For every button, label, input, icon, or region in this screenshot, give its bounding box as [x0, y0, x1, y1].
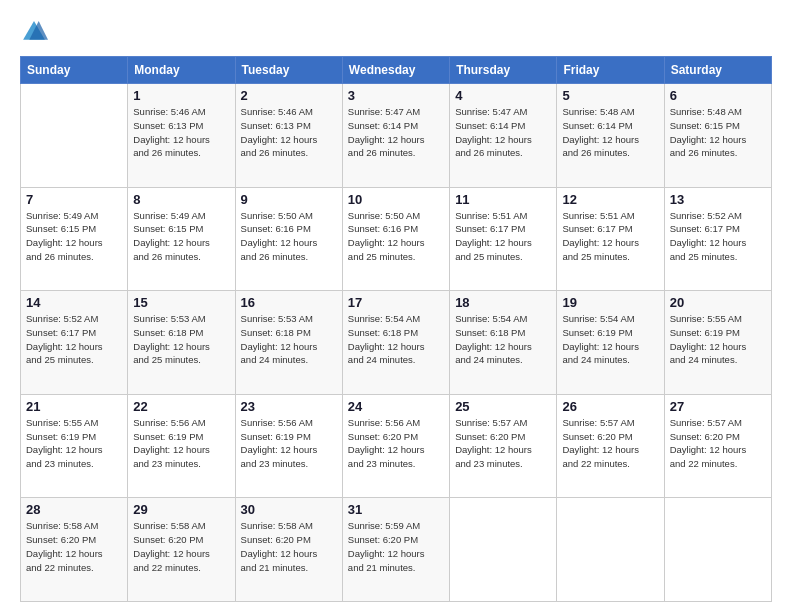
calendar-cell: 31Sunrise: 5:59 AM Sunset: 6:20 PM Dayli…: [342, 498, 449, 602]
calendar-cell: 15Sunrise: 5:53 AM Sunset: 6:18 PM Dayli…: [128, 291, 235, 395]
day-number: 14: [26, 295, 122, 310]
calendar-cell: 25Sunrise: 5:57 AM Sunset: 6:20 PM Dayli…: [450, 394, 557, 498]
day-info: Sunrise: 5:52 AM Sunset: 6:17 PM Dayligh…: [670, 209, 766, 264]
calendar-week-4: 21Sunrise: 5:55 AM Sunset: 6:19 PM Dayli…: [21, 394, 772, 498]
weekday-sunday: Sunday: [21, 57, 128, 84]
calendar-cell: 16Sunrise: 5:53 AM Sunset: 6:18 PM Dayli…: [235, 291, 342, 395]
calendar-cell: 17Sunrise: 5:54 AM Sunset: 6:18 PM Dayli…: [342, 291, 449, 395]
calendar-cell: 12Sunrise: 5:51 AM Sunset: 6:17 PM Dayli…: [557, 187, 664, 291]
day-info: Sunrise: 5:57 AM Sunset: 6:20 PM Dayligh…: [562, 416, 658, 471]
calendar-cell: [664, 498, 771, 602]
weekday-saturday: Saturday: [664, 57, 771, 84]
day-number: 5: [562, 88, 658, 103]
calendar-cell: 21Sunrise: 5:55 AM Sunset: 6:19 PM Dayli…: [21, 394, 128, 498]
day-info: Sunrise: 5:55 AM Sunset: 6:19 PM Dayligh…: [670, 312, 766, 367]
day-number: 17: [348, 295, 444, 310]
calendar-cell: [557, 498, 664, 602]
calendar-week-5: 28Sunrise: 5:58 AM Sunset: 6:20 PM Dayli…: [21, 498, 772, 602]
weekday-friday: Friday: [557, 57, 664, 84]
page: SundayMondayTuesdayWednesdayThursdayFrid…: [0, 0, 792, 612]
calendar-cell: 6Sunrise: 5:48 AM Sunset: 6:15 PM Daylig…: [664, 84, 771, 188]
calendar-cell: 5Sunrise: 5:48 AM Sunset: 6:14 PM Daylig…: [557, 84, 664, 188]
calendar-cell: 14Sunrise: 5:52 AM Sunset: 6:17 PM Dayli…: [21, 291, 128, 395]
day-info: Sunrise: 5:52 AM Sunset: 6:17 PM Dayligh…: [26, 312, 122, 367]
day-info: Sunrise: 5:49 AM Sunset: 6:15 PM Dayligh…: [133, 209, 229, 264]
weekday-wednesday: Wednesday: [342, 57, 449, 84]
calendar-cell: 18Sunrise: 5:54 AM Sunset: 6:18 PM Dayli…: [450, 291, 557, 395]
day-number: 10: [348, 192, 444, 207]
day-number: 8: [133, 192, 229, 207]
day-info: Sunrise: 5:56 AM Sunset: 6:19 PM Dayligh…: [241, 416, 337, 471]
day-info: Sunrise: 5:47 AM Sunset: 6:14 PM Dayligh…: [455, 105, 551, 160]
day-number: 29: [133, 502, 229, 517]
logo: [20, 18, 52, 46]
day-number: 25: [455, 399, 551, 414]
calendar-week-3: 14Sunrise: 5:52 AM Sunset: 6:17 PM Dayli…: [21, 291, 772, 395]
day-info: Sunrise: 5:50 AM Sunset: 6:16 PM Dayligh…: [348, 209, 444, 264]
day-info: Sunrise: 5:57 AM Sunset: 6:20 PM Dayligh…: [670, 416, 766, 471]
day-info: Sunrise: 5:54 AM Sunset: 6:18 PM Dayligh…: [455, 312, 551, 367]
day-number: 28: [26, 502, 122, 517]
calendar-week-2: 7Sunrise: 5:49 AM Sunset: 6:15 PM Daylig…: [21, 187, 772, 291]
day-number: 27: [670, 399, 766, 414]
calendar-cell: 27Sunrise: 5:57 AM Sunset: 6:20 PM Dayli…: [664, 394, 771, 498]
day-number: 24: [348, 399, 444, 414]
calendar-cell: [21, 84, 128, 188]
weekday-tuesday: Tuesday: [235, 57, 342, 84]
day-info: Sunrise: 5:48 AM Sunset: 6:14 PM Dayligh…: [562, 105, 658, 160]
calendar-cell: 24Sunrise: 5:56 AM Sunset: 6:20 PM Dayli…: [342, 394, 449, 498]
day-number: 15: [133, 295, 229, 310]
day-number: 31: [348, 502, 444, 517]
day-info: Sunrise: 5:49 AM Sunset: 6:15 PM Dayligh…: [26, 209, 122, 264]
day-number: 4: [455, 88, 551, 103]
calendar-week-1: 1Sunrise: 5:46 AM Sunset: 6:13 PM Daylig…: [21, 84, 772, 188]
day-number: 2: [241, 88, 337, 103]
day-number: 19: [562, 295, 658, 310]
day-number: 11: [455, 192, 551, 207]
calendar-cell: 4Sunrise: 5:47 AM Sunset: 6:14 PM Daylig…: [450, 84, 557, 188]
calendar-cell: 11Sunrise: 5:51 AM Sunset: 6:17 PM Dayli…: [450, 187, 557, 291]
calendar-cell: 20Sunrise: 5:55 AM Sunset: 6:19 PM Dayli…: [664, 291, 771, 395]
day-info: Sunrise: 5:51 AM Sunset: 6:17 PM Dayligh…: [562, 209, 658, 264]
weekday-monday: Monday: [128, 57, 235, 84]
calendar-cell: 22Sunrise: 5:56 AM Sunset: 6:19 PM Dayli…: [128, 394, 235, 498]
day-number: 9: [241, 192, 337, 207]
weekday-thursday: Thursday: [450, 57, 557, 84]
day-info: Sunrise: 5:57 AM Sunset: 6:20 PM Dayligh…: [455, 416, 551, 471]
day-info: Sunrise: 5:59 AM Sunset: 6:20 PM Dayligh…: [348, 519, 444, 574]
calendar-cell: 2Sunrise: 5:46 AM Sunset: 6:13 PM Daylig…: [235, 84, 342, 188]
day-info: Sunrise: 5:55 AM Sunset: 6:19 PM Dayligh…: [26, 416, 122, 471]
calendar-cell: 19Sunrise: 5:54 AM Sunset: 6:19 PM Dayli…: [557, 291, 664, 395]
day-info: Sunrise: 5:53 AM Sunset: 6:18 PM Dayligh…: [241, 312, 337, 367]
calendar-cell: 23Sunrise: 5:56 AM Sunset: 6:19 PM Dayli…: [235, 394, 342, 498]
day-number: 23: [241, 399, 337, 414]
day-info: Sunrise: 5:54 AM Sunset: 6:18 PM Dayligh…: [348, 312, 444, 367]
calendar-cell: 9Sunrise: 5:50 AM Sunset: 6:16 PM Daylig…: [235, 187, 342, 291]
day-number: 7: [26, 192, 122, 207]
calendar-cell: 29Sunrise: 5:58 AM Sunset: 6:20 PM Dayli…: [128, 498, 235, 602]
calendar-cell: 13Sunrise: 5:52 AM Sunset: 6:17 PM Dayli…: [664, 187, 771, 291]
calendar-cell: [450, 498, 557, 602]
weekday-header-row: SundayMondayTuesdayWednesdayThursdayFrid…: [21, 57, 772, 84]
calendar-cell: 28Sunrise: 5:58 AM Sunset: 6:20 PM Dayli…: [21, 498, 128, 602]
day-info: Sunrise: 5:47 AM Sunset: 6:14 PM Dayligh…: [348, 105, 444, 160]
logo-icon: [20, 18, 48, 46]
day-number: 16: [241, 295, 337, 310]
day-info: Sunrise: 5:56 AM Sunset: 6:20 PM Dayligh…: [348, 416, 444, 471]
day-number: 21: [26, 399, 122, 414]
day-number: 6: [670, 88, 766, 103]
day-info: Sunrise: 5:53 AM Sunset: 6:18 PM Dayligh…: [133, 312, 229, 367]
header: [20, 18, 772, 46]
day-info: Sunrise: 5:46 AM Sunset: 6:13 PM Dayligh…: [133, 105, 229, 160]
calendar-cell: 1Sunrise: 5:46 AM Sunset: 6:13 PM Daylig…: [128, 84, 235, 188]
day-info: Sunrise: 5:51 AM Sunset: 6:17 PM Dayligh…: [455, 209, 551, 264]
calendar-cell: 3Sunrise: 5:47 AM Sunset: 6:14 PM Daylig…: [342, 84, 449, 188]
day-number: 1: [133, 88, 229, 103]
day-info: Sunrise: 5:56 AM Sunset: 6:19 PM Dayligh…: [133, 416, 229, 471]
day-info: Sunrise: 5:58 AM Sunset: 6:20 PM Dayligh…: [241, 519, 337, 574]
day-number: 3: [348, 88, 444, 103]
day-info: Sunrise: 5:48 AM Sunset: 6:15 PM Dayligh…: [670, 105, 766, 160]
day-number: 20: [670, 295, 766, 310]
calendar-table: SundayMondayTuesdayWednesdayThursdayFrid…: [20, 56, 772, 602]
day-number: 26: [562, 399, 658, 414]
